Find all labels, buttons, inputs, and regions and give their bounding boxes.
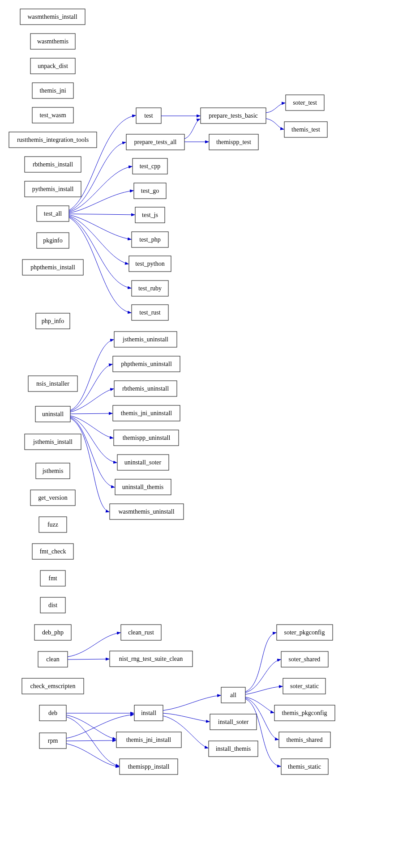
node-soter-pkgconfig: soter_pkgconfig [277,625,333,640]
svg-text:unpack_dist: unpack_dist [38,63,68,69]
edge-prepare-tests-all-prepare-tests-basic [184,119,200,139]
svg-text:pkginfo: pkginfo [43,237,63,244]
node-unpack-dist: unpack_dist [30,58,75,74]
svg-text:fuzz: fuzz [47,521,58,528]
svg-text:install_themis: install_themis [216,745,251,752]
svg-text:deb: deb [48,710,57,716]
node-themispp-test: themispp_test [209,134,258,150]
svg-text:get_version: get_version [38,494,67,501]
svg-text:test: test [144,112,153,119]
edge-uninstall-jsthemis-uninstall [70,340,114,410]
svg-text:themis_jni_install: themis_jni_install [126,736,171,743]
edge-test-all-test-js [69,214,135,215]
svg-text:wasmthemis_uninstall: wasmthemis_uninstall [118,508,174,515]
node-jsthemis-uninstall: jsthemis_uninstall [114,332,177,347]
node-test-php: test_php [132,232,168,247]
node-wasmthemis-install: wasmthemis_install [20,9,85,25]
edge-test-all-test [69,115,136,210]
edge-uninstall-uninstall-soter [70,417,117,463]
svg-text:themis_static: themis_static [288,763,321,770]
node-themis-static: themis_static [281,759,328,774]
node-nsis-installer: nsis_installer [28,376,77,391]
edge-prepare-tests-basic-themis-test [266,119,284,129]
edge-all-themis-static [245,699,281,766]
edge-test-all-prepare-tests-all [69,142,126,211]
svg-text:themis_test: themis_test [291,126,320,133]
svg-text:all: all [230,692,236,698]
svg-text:jsthemis: jsthemis [42,468,64,474]
svg-text:themispp_uninstall: themispp_uninstall [123,434,171,441]
edge-rpm-themis-jni-install [66,740,116,741]
svg-text:phpthemis_install: phpthemis_install [30,264,75,271]
node-install-soter: install_soter [210,714,257,730]
svg-text:uninstall_soter: uninstall_soter [124,459,162,466]
svg-text:soter_test: soter_test [293,99,317,106]
node-install-themis: install_themis [209,741,258,757]
edge-clean-nist-rng [68,659,109,660]
node-fuzz: fuzz [39,517,67,532]
svg-text:rbthemis_install: rbthemis_install [33,161,73,168]
svg-text:themispp_test: themispp_test [216,139,251,145]
edge-prepare-tests-basic-soter-test [266,103,285,113]
node-clean: clean [38,651,68,667]
svg-text:rpm: rpm [48,737,58,744]
svg-text:install_soter: install_soter [218,719,249,725]
node-test-js: test_js [135,207,165,223]
node-jsthemis-install: jsthemis_install [25,434,81,450]
edge-install-install-soter [163,713,210,722]
svg-text:clean: clean [46,656,60,663]
node-rustthemis-integration-tools: rustthemis_integration_tools [9,132,97,148]
node-rpm: rpm [39,733,66,749]
node-soter-test: soter_test [286,95,324,111]
node-check-emscripten: check_emscripten [22,678,84,694]
node-themis-test: themis_test [284,122,327,137]
edge-uninstall-themispp-uninstall [70,416,113,438]
svg-text:test_js: test_js [142,212,158,218]
svg-text:soter_shared: soter_shared [289,656,321,663]
edge-test-all-test-cpp [69,166,132,212]
dependency-graph-svg: wasmthemis_install wasmthemis unpack_dis… [0,0,394,868]
node-wasmthemis: wasmthemis [30,34,75,49]
node-wasmthemis-uninstall: wasmthemis_uninstall [110,504,184,519]
svg-text:test_wasm: test_wasm [39,112,66,119]
node-test-rust: test_rust [132,305,168,320]
svg-text:test_rust: test_rust [139,309,161,316]
svg-text:uninstall: uninstall [42,411,64,417]
edge-test-all-test-php [69,215,131,239]
node-deb-php: deb_php [34,625,71,640]
edge-test-all-test-go [69,191,133,213]
svg-text:themispp_install: themispp_install [128,763,170,770]
edge-uninstall-phpthemis-uninstall [70,364,112,411]
node-themis-jni-install: themis_jni_install [116,732,181,748]
node-test-ruby: test_ruby [132,281,168,296]
node-soter-shared: soter_shared [281,651,328,667]
node-dist: dist [40,597,65,613]
node-fmt: fmt [40,570,65,586]
edge-test-all-test-rust [69,217,131,313]
svg-text:deb_php: deb_php [42,629,64,636]
node-phpthemis-uninstall: phpthemis_uninstall [113,356,180,372]
edge-all-themis-pkgconfig [245,697,274,713]
svg-text:clean_rust: clean_rust [128,629,154,636]
edge-deb-themis-jni-install [66,715,116,739]
node-rbthemis-install: rbthemis_install [25,157,81,172]
node-install: install [134,705,163,721]
svg-text:php_info: php_info [42,318,64,324]
edge-test-all-test-ruby [69,217,131,288]
edge-all-soter-pkgconfig [245,633,276,692]
svg-text:test_all: test_all [44,210,62,217]
node-test-cpp: test_cpp [133,158,167,174]
edge-uninstall-rbthemis-uninstall [70,389,114,412]
svg-text:themis_jni: themis_jni [39,87,66,94]
node-pkginfo: pkginfo [37,233,69,248]
node-uninstall: uninstall [35,406,70,422]
svg-text:fmt_check: fmt_check [39,548,66,555]
node-pythemis-install: pythemis_install [25,181,81,197]
node-fmt-check: fmt_check [32,544,73,559]
node-rbthemis-uninstall: rbthemis_uninstall [114,381,177,396]
svg-text:pythemis_install: pythemis_install [32,186,74,192]
svg-text:test_go: test_go [141,187,159,194]
node-themis-jni-uninstall: themis_jni_uninstall [113,405,180,421]
svg-text:test_php: test_php [139,236,160,243]
node-themispp-install: themispp_install [120,759,178,774]
